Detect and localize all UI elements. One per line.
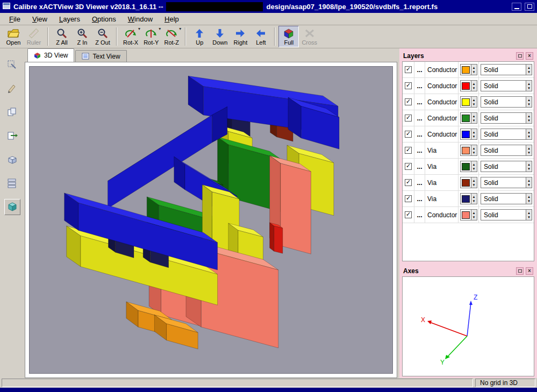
dropdown-caret-icon[interactable] <box>159 26 161 31</box>
style-spinner[interactable] <box>526 97 532 107</box>
style-spinner[interactable] <box>526 194 532 204</box>
style-spinner[interactable] <box>526 113 532 123</box>
maximize-button[interactable] <box>525 3 534 11</box>
layer-style-select[interactable]: Solid <box>481 129 532 140</box>
dropdown-caret-icon[interactable] <box>138 26 140 31</box>
menu-help[interactable]: Help <box>160 14 184 24</box>
menu-file[interactable]: File <box>4 14 25 24</box>
close-icon: × <box>528 53 531 59</box>
rotate-z-button[interactable]: Rot-Z <box>161 26 182 47</box>
style-spinner[interactable] <box>526 161 532 172</box>
layer-color-picker[interactable] <box>460 177 477 188</box>
toolbar-separator <box>47 27 48 46</box>
spinner-down-icon <box>473 70 475 74</box>
layer-style-select[interactable]: Solid <box>481 80 532 91</box>
layers-panel-float-button[interactable] <box>516 52 524 60</box>
spinner-down-icon <box>473 134 475 139</box>
move-up-button[interactable]: Up <box>189 26 210 47</box>
menu-view[interactable]: View <box>27 14 52 24</box>
tool-box-view-button[interactable] <box>4 152 20 168</box>
tool-measure-button[interactable] <box>4 81 20 97</box>
cross-section-button: Cross <box>299 26 320 47</box>
menu-options[interactable]: Options <box>87 14 121 24</box>
viewport-3d[interactable] <box>29 66 393 374</box>
tool-copy-view-button[interactable] <box>4 104 20 120</box>
layer-name: ... <box>414 175 425 190</box>
layer-style-select[interactable]: Solid <box>481 209 532 220</box>
zoom-in-button[interactable]: Z In <box>72 26 92 47</box>
layer-style-select[interactable]: Solid <box>481 193 532 204</box>
layer-visible-checkbox[interactable] <box>405 66 412 73</box>
layer-color-picker[interactable] <box>460 112 477 124</box>
main-view-area: 3D View Text View <box>25 48 397 378</box>
layer-visible-checkbox[interactable] <box>405 163 412 170</box>
full-view-button[interactable]: Full <box>278 26 299 47</box>
move-left-button[interactable]: Left <box>250 26 271 47</box>
layer-style-select[interactable]: Solid <box>481 64 532 75</box>
color-spinner[interactable] <box>471 129 477 139</box>
arrow-left-icon <box>255 27 267 39</box>
layer-color-picker[interactable] <box>460 129 477 140</box>
color-spinner[interactable] <box>471 210 477 220</box>
style-spinner[interactable] <box>526 177 532 188</box>
layer-color-picker[interactable] <box>460 145 477 156</box>
color-spinner[interactable] <box>471 194 477 204</box>
full-cube-icon <box>283 27 295 39</box>
color-spinner[interactable] <box>471 177 477 188</box>
rotate-y-button[interactable]: Rot-Y <box>141 26 161 47</box>
dropdown-caret-icon[interactable] <box>179 26 181 31</box>
tab-3d-view[interactable]: 3D View <box>27 48 74 62</box>
layer-style-select[interactable]: Solid <box>481 112 532 124</box>
open-button[interactable]: Open <box>3 26 24 47</box>
layer-color-picker[interactable] <box>460 96 477 108</box>
layer-color-picker[interactable] <box>460 209 477 220</box>
zoom-all-button[interactable]: Z All <box>52 26 72 47</box>
tool-select-region-button[interactable] <box>4 57 20 73</box>
layer-visible-checkbox[interactable] <box>405 115 412 122</box>
axes-panel-float-button[interactable] <box>516 267 524 275</box>
zoom-out-button[interactable]: Z Out <box>92 26 113 47</box>
layer-style-select[interactable]: Solid <box>481 161 532 172</box>
axes-panel-close-button[interactable]: × <box>526 267 533 275</box>
layer-visible-checkbox[interactable] <box>405 179 412 186</box>
color-spinner[interactable] <box>471 113 477 123</box>
move-right-button[interactable]: Right <box>230 26 250 47</box>
layer-visible-checkbox[interactable] <box>405 82 412 89</box>
layer-color-picker[interactable] <box>460 80 477 91</box>
color-spinner[interactable] <box>471 65 477 75</box>
move-down-button[interactable]: Down <box>210 26 230 47</box>
layers-panel-close-button[interactable]: × <box>526 52 533 60</box>
layer-visible-checkbox[interactable] <box>405 147 412 154</box>
style-spinner[interactable] <box>526 145 532 155</box>
menu-window[interactable]: Window <box>123 14 157 24</box>
menu-layers[interactable]: Layers <box>54 14 85 24</box>
layer-style-select[interactable]: Solid <box>481 177 532 188</box>
layer-color-picker[interactable] <box>460 161 477 172</box>
tool-sheets-button[interactable] <box>4 175 20 191</box>
color-spinner[interactable] <box>471 97 477 107</box>
layer-visible-checkbox[interactable] <box>405 195 412 202</box>
minimize-button[interactable] <box>512 3 521 11</box>
layer-row: ... Via Solid <box>403 191 534 207</box>
zoom-all-icon <box>56 27 68 39</box>
tool-export-view-button[interactable] <box>4 128 20 144</box>
layer-visible-checkbox[interactable] <box>405 131 412 138</box>
color-spinner[interactable] <box>471 145 477 155</box>
style-spinner[interactable] <box>526 81 532 91</box>
layer-color-picker[interactable] <box>460 193 477 204</box>
rotate-x-button[interactable]: Rot-X <box>120 26 141 47</box>
color-spinner[interactable] <box>471 81 477 91</box>
color-spinner[interactable] <box>471 161 477 172</box>
tab-text-view[interactable]: Text View <box>75 50 126 62</box>
style-spinner[interactable] <box>526 65 532 75</box>
tool-cube-view-button[interactable] <box>4 199 20 215</box>
layer-color-picker[interactable] <box>460 64 477 75</box>
layer-style-select[interactable]: Solid <box>481 145 532 156</box>
spinner-down-icon <box>473 102 475 106</box>
style-spinner[interactable] <box>526 129 532 139</box>
layer-style-select[interactable]: Solid <box>481 96 532 108</box>
layer-visible-checkbox[interactable] <box>405 98 412 105</box>
style-spinner[interactable] <box>526 210 532 220</box>
title-bar: Calibre xACTView 3D Viewer v2018.1_16.11… <box>0 0 537 13</box>
layer-visible-checkbox[interactable] <box>405 211 412 218</box>
